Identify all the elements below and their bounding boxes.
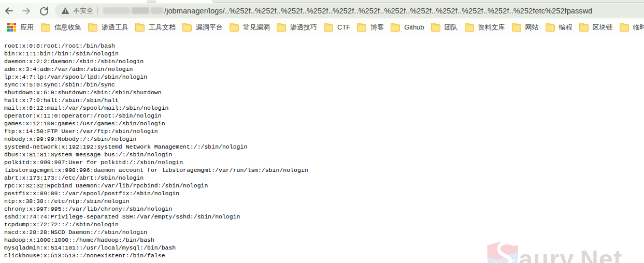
reload-button[interactable] [35,4,53,18]
folder-icon [391,24,400,32]
passwd-line: postfix:x:89:89::/var/spool/postfix:/sbi… [4,189,644,197]
bookmark-folder[interactable]: CTF [324,23,350,32]
passwd-line: halt:x:7:0:halt:/sbin:/sbin/halt [4,96,644,104]
passwd-line: mail:x:8:12:mail:/var/spool/mail:/sbin/n… [4,104,644,112]
bookmark-apps[interactable]: 应用 [7,23,34,32]
bookmark-folder[interactable]: 网站 [512,23,539,32]
bookmark-label: 博客 [370,23,384,32]
bookmark-label: 渗透工具 [102,23,128,32]
folder-icon [465,24,474,32]
redacted-host [103,7,163,14]
folder-icon [41,24,50,32]
folder-icon [135,24,145,32]
bookmark-label: 渗透技巧 [290,23,317,32]
omnibox-separator [97,7,98,14]
folder-icon [620,24,629,32]
passwd-line: hadoop:x:1000:1000::/home/hadoop:/bin/ba… [4,236,644,244]
forward-button[interactable] [18,4,35,18]
not-secure-warning-icon [61,7,69,14]
bookmark-folder[interactable]: 编程 [546,23,573,32]
folder-icon [357,24,366,32]
passwd-line: systemd-network:x:192:192:systemd Networ… [4,143,644,151]
passwd-line: libstoragemgmt:x:998:996:daemon account … [4,166,644,174]
passwd-line: tcpdump:x:72:72::/:/sbin/nologin [4,221,644,228]
bookmark-folder[interactable]: 博客 [357,23,384,32]
passwd-line: clickhouse:x:513:513::/nonexistent:/bin/… [4,252,644,259]
forward-arrow-icon [21,6,32,16]
passwd-line: dbus:x:81:81:System message bus:/:/sbin/… [4,151,644,158]
folder-icon [277,24,286,32]
passwd-line: lp:x:4:7:lp:/var/spool/lpd:/sbin/nologin [4,73,644,81]
bookmark-folder[interactable]: Github [391,23,424,32]
bookmark-label: 团队 [445,23,458,32]
bookmark-label: 工具文档 [149,23,176,32]
bookmark-folder[interactable]: 信息收集 [41,23,81,32]
bookmark-folder[interactable]: 渗透工具 [88,23,128,32]
folder-icon [182,24,192,32]
folder-icon [546,24,555,32]
folder-icon [512,24,521,32]
passwd-line: adm:x:3:4:adm:/var/adm:/sbin/nologin [4,65,644,73]
bookmark-folder[interactable]: 区块链 [579,23,613,32]
folder-icon [324,24,333,32]
bookmark-label: 常见漏洞 [243,23,270,32]
bookmark-folder[interactable]: 常见漏洞 [230,23,270,32]
bookmark-label: 应用 [20,23,34,32]
bookmark-label: 资料文库 [478,23,505,32]
bookmark-label: 漏洞平台 [196,23,223,32]
passwd-line: root:x:0:0:root:/root:/bin/bash [4,42,644,50]
passwd-line: games:x:12:100:games:/usr/games:/sbin/no… [4,120,644,127]
bookmark-folder[interactable]: 资料文库 [465,23,505,32]
reload-icon [39,6,49,16]
bookmark-folder[interactable]: 漏洞平台 [182,23,223,32]
folder-icon [431,24,440,32]
passwd-line: operator:x:11:0:operator:/root:/sbin/nol… [4,112,644,120]
passwd-line: sshd:x:74:74:Privilege-separated SSH:/va… [4,213,644,221]
folder-icon [88,24,97,32]
bookmark-folder[interactable]: 临时 [620,23,644,32]
passwd-line: ntp:x:38:38::/etc/ntp:/sbin/nologin [4,197,644,205]
passwd-line: mysqladmin:x:514:101::/usr/local/mysql:/… [4,244,644,252]
bookmark-folder[interactable]: 团队 [431,23,458,32]
folder-icon [230,24,239,32]
url-path: /jobmanager/logs/..%252f..%252f..%252f..… [164,7,592,15]
bookmarks-bar: 应用 信息收集 渗透工具 工具文档 漏洞平台 常见漏洞 渗透技巧 CTF 博客 [0,19,644,36]
passwd-line: polkitd:x:999:997:User for polkitd:/:/sb… [4,158,644,166]
bookmark-label: 信息收集 [54,23,81,32]
bookmark-folder[interactable]: 工具文档 [135,23,176,32]
browser-toolbar: 不安全 /jobmanager/logs/..%252f..%252f..%25… [0,3,644,19]
bookmark-label: CTF [337,23,350,31]
passwd-line: chrony:x:997:995::/var/lib/chrony:/sbin/… [4,205,644,213]
passwd-line: shutdown:x:6:0:shutdown:/sbin:/sbin/shut… [4,89,644,96]
folder-icon [579,24,589,32]
passwd-file-dump: root:x:0:0:root:/root:/bin/bashbin:x:1:1… [0,37,644,259]
back-button[interactable] [0,4,18,18]
address-bar[interactable]: 不安全 /jobmanager/logs/..%252f..%252f..%25… [55,4,644,18]
passwd-line: nscd:x:28:28:NSCD Daemon:/:/sbin/nologin [4,228,644,236]
page-content: root:x:0:0:root:/root:/bin/bashbin:x:1:1… [0,37,644,263]
bookmark-label: Github [404,23,424,31]
passwd-line: sync:x:5:0:sync:/sbin:/bin/sync [4,81,644,89]
passwd-line: nobody:x:99:99:Nobody:/:/sbin/nologin [4,135,644,143]
passwd-line: rpc:x:32:32:Rpcbind Daemon:/var/lib/rpcb… [4,182,644,189]
bookmark-label: 临时 [633,23,644,32]
back-arrow-icon [4,6,14,16]
passwd-line: daemon:x:2:2:daemon:/sbin:/sbin/nologin [4,57,644,65]
passwd-line: abrt:x:173:173::/etc/abrt:/sbin/nologin [4,174,644,182]
bookmark-label: 区块链 [593,23,613,32]
security-status-label: 不安全 [73,6,93,16]
bookmark-folder[interactable]: 渗透技巧 [277,23,317,32]
bookmark-label: 网站 [525,23,539,32]
bookmark-label: 编程 [559,23,573,32]
passwd-line: bin:x:1:1:bin:/bin:/sbin/nologin [4,50,644,57]
passwd-line: ftp:x:14:50:FTP User:/var/ftp:/sbin/nolo… [4,127,644,135]
apps-grid-icon [7,23,16,32]
